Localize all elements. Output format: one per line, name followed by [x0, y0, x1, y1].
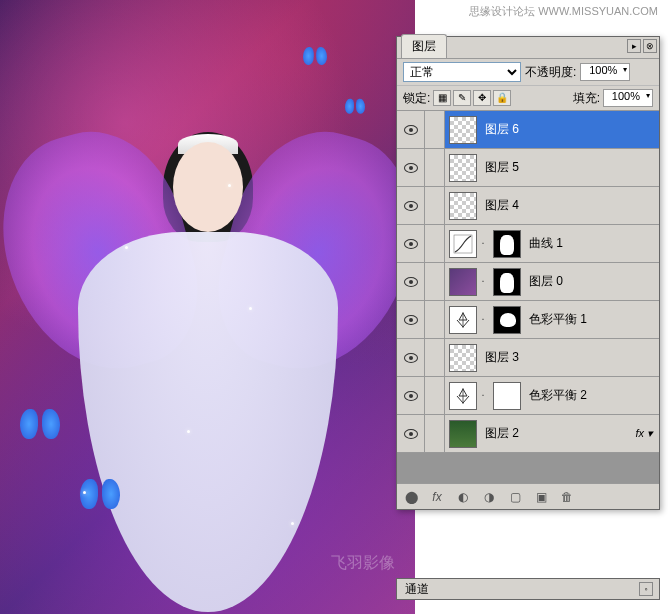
balance-adjustment-icon[interactable]	[449, 382, 477, 410]
layer-row[interactable]: 图层 4	[397, 187, 659, 225]
mask-link-icon[interactable]: ⬝	[480, 390, 490, 402]
layer-thumbnail[interactable]	[449, 268, 477, 296]
expand-icon[interactable]: ◦	[639, 582, 653, 596]
layer-thumbnails	[445, 192, 481, 220]
lock-position-icon[interactable]: ✥	[473, 90, 491, 106]
blend-opacity-row: 正常 不透明度: 100%	[397, 59, 659, 86]
layer-thumbnail[interactable]	[449, 192, 477, 220]
watermark-top: 思缘设计论坛 WWW.MISSYUAN.COM	[469, 4, 658, 19]
link-cell[interactable]	[425, 149, 445, 186]
visibility-toggle[interactable]	[397, 377, 425, 414]
panel-menu-icon[interactable]: ▸	[627, 39, 641, 53]
layer-mask-thumbnail[interactable]	[493, 230, 521, 258]
link-cell[interactable]	[425, 339, 445, 376]
layer-mask-thumbnail[interactable]	[493, 268, 521, 296]
layer-thumbnails	[445, 344, 481, 372]
canvas-image: 飞羽影像	[0, 0, 415, 614]
fx-indicator[interactable]: fx ▾	[635, 427, 653, 440]
layer-name-label[interactable]: 色彩平衡 1	[525, 311, 659, 328]
link-cell[interactable]	[425, 225, 445, 262]
layer-name-label[interactable]: 色彩平衡 2	[525, 387, 659, 404]
link-cell[interactable]	[425, 187, 445, 224]
channels-panel-collapsed[interactable]: 通道 ◦	[396, 578, 660, 600]
layer-thumbnails: ⬝	[445, 230, 525, 258]
tab-layers[interactable]: 图层	[401, 34, 447, 58]
layer-row[interactable]: ⬝色彩平衡 2	[397, 377, 659, 415]
fill-input[interactable]: 100%	[603, 89, 653, 107]
lock-all-icon[interactable]: 🔒	[493, 90, 511, 106]
add-adjustment-icon[interactable]: ◑	[479, 488, 499, 506]
layer-name-label[interactable]: 图层 6	[481, 121, 659, 138]
eye-icon	[404, 353, 418, 363]
layer-thumbnail[interactable]	[449, 154, 477, 182]
add-mask-icon[interactable]: ◐	[453, 488, 473, 506]
panel-close-icon[interactable]: ⊗	[643, 39, 657, 53]
eye-icon	[404, 239, 418, 249]
layer-thumbnail[interactable]	[449, 420, 477, 448]
visibility-toggle[interactable]	[397, 339, 425, 376]
visibility-toggle[interactable]	[397, 415, 425, 452]
visibility-toggle[interactable]	[397, 225, 425, 262]
visibility-toggle[interactable]	[397, 149, 425, 186]
layers-panel: ▸ ⊗ 图层 正常 不透明度: 100% 锁定: ▦ ✎ ✥ 🔒 填充: 100…	[396, 36, 660, 510]
layer-row[interactable]: ⬝曲线 1	[397, 225, 659, 263]
new-layer-icon[interactable]: ▣	[531, 488, 551, 506]
link-layers-icon[interactable]: ⬤	[401, 488, 421, 506]
link-cell[interactable]	[425, 111, 445, 148]
layer-name-label[interactable]: 曲线 1	[525, 235, 659, 252]
opacity-input[interactable]: 100%	[580, 63, 630, 81]
layer-thumbnails	[445, 420, 481, 448]
eye-icon	[404, 277, 418, 287]
fill-label: 填充:	[573, 90, 600, 107]
layer-thumbnail[interactable]	[449, 344, 477, 372]
layer-thumbnails: ⬝	[445, 306, 525, 334]
layer-name-label[interactable]: 图层 5	[481, 159, 659, 176]
layer-thumbnail[interactable]	[449, 116, 477, 144]
blend-mode-select[interactable]: 正常	[403, 62, 521, 82]
mask-link-icon[interactable]: ⬝	[480, 314, 490, 326]
layer-name-label[interactable]: 图层 0	[525, 273, 659, 290]
layer-thumbnails	[445, 154, 481, 182]
visibility-toggle[interactable]	[397, 263, 425, 300]
layer-mask-thumbnail[interactable]	[493, 382, 521, 410]
layer-row[interactable]: 图层 2fx ▾	[397, 415, 659, 453]
layer-row[interactable]: 图层 3	[397, 339, 659, 377]
fx-icon[interactable]: fx	[427, 488, 447, 506]
layer-row[interactable]: 图层 5	[397, 149, 659, 187]
mask-link-icon[interactable]: ⬝	[480, 238, 490, 250]
delete-layer-icon[interactable]: 🗑	[557, 488, 577, 506]
layer-row[interactable]: ⬝图层 0	[397, 263, 659, 301]
layer-name-label[interactable]: 图层 3	[481, 349, 659, 366]
eye-icon	[404, 391, 418, 401]
link-cell[interactable]	[425, 415, 445, 452]
channels-tab-label: 通道	[405, 581, 429, 598]
link-cell[interactable]	[425, 377, 445, 414]
eye-icon	[404, 125, 418, 135]
layer-row[interactable]: ⬝色彩平衡 1	[397, 301, 659, 339]
link-cell[interactable]	[425, 263, 445, 300]
visibility-toggle[interactable]	[397, 187, 425, 224]
visibility-toggle[interactable]	[397, 301, 425, 338]
eye-icon	[404, 315, 418, 325]
balance-adjustment-icon[interactable]	[449, 306, 477, 334]
lock-label: 锁定:	[403, 90, 430, 107]
curves-adjustment-icon[interactable]	[449, 230, 477, 258]
eye-icon	[404, 163, 418, 173]
layer-row[interactable]: 图层 6	[397, 111, 659, 149]
lock-fill-row: 锁定: ▦ ✎ ✥ 🔒 填充: 100%	[397, 86, 659, 111]
link-cell[interactable]	[425, 301, 445, 338]
layers-list: 图层 6图层 5图层 4⬝曲线 1⬝图层 0⬝色彩平衡 1图层 3⬝色彩平衡 2…	[397, 111, 659, 453]
mask-link-icon[interactable]: ⬝	[480, 276, 490, 288]
eye-icon	[404, 429, 418, 439]
eye-icon	[404, 201, 418, 211]
layer-thumbnails	[445, 116, 481, 144]
layer-mask-thumbnail[interactable]	[493, 306, 521, 334]
layer-name-label[interactable]: 图层 4	[481, 197, 659, 214]
layer-thumbnails: ⬝	[445, 268, 525, 296]
lock-transparency-icon[interactable]: ▦	[433, 90, 451, 106]
layer-name-label[interactable]: 图层 2	[481, 425, 635, 442]
watermark-photo: 飞羽影像	[331, 553, 395, 574]
new-group-icon[interactable]: ▢	[505, 488, 525, 506]
visibility-toggle[interactable]	[397, 111, 425, 148]
lock-pixels-icon[interactable]: ✎	[453, 90, 471, 106]
